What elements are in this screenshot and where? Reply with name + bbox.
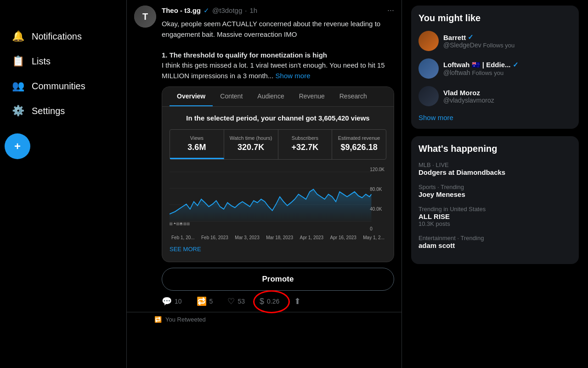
svg-marker-9 (174, 223, 176, 224)
tab-audience[interactable]: Audience (250, 87, 291, 106)
analytics-stats: Views 3.6M Watch time (hours) 320.7K Sub… (170, 129, 386, 160)
sidebar-item-notifications[interactable]: 🔔 Notifications (5, 25, 122, 48)
sidebar-item-lists[interactable]: 📋 Lists (5, 50, 122, 73)
tweet-meta: Theo - t3.gg ✓ @t3dotgg · 1h ··· (162, 6, 394, 15)
vlad-info: Vlad Moroz @vladyslavmoroz (443, 89, 571, 104)
happening-meta: MLB · LIVE (418, 161, 571, 168)
vlad-handle: @vladyslavmoroz (443, 97, 571, 104)
analytics-chart: 120.0K 80.0K 40.0K 0 (170, 167, 386, 231)
tweet-intro: Okay, people seem ACTUALLY concerned abo… (162, 19, 394, 40)
see-more-link[interactable]: SEE MORE (170, 244, 386, 254)
lists-icon: 📋 (12, 55, 24, 67)
vlad-name: Vlad Moroz (443, 89, 571, 97)
dollar-icon: $ (260, 297, 264, 306)
monetize-value: 0.26 (267, 298, 279, 305)
analytics-tabs: Overview Content Audience Revenue Resear… (162, 87, 394, 107)
happening-headline: Joey Meneses (418, 190, 571, 198)
stat-views[interactable]: Views 3.6M (170, 130, 224, 159)
like-icon: ♡ (227, 296, 235, 306)
x-label: Feb 16, 2023 (201, 235, 228, 240)
loftwah-verified: ✓ (513, 61, 519, 69)
stat-subscribers[interactable]: Subscribers +32.7K (278, 130, 333, 159)
sidebar-item-label: Lists (32, 56, 51, 67)
tweet-actions: 💬 10 🔁 5 ♡ 53 $ 0.26 ⬆ (162, 296, 394, 306)
reply-icon: 💬 (162, 296, 172, 306)
x-label: Mar 18, 2023 (266, 235, 293, 240)
main-feed: T Theo - t3.gg ✓ @t3dotgg · 1h ··· Okay,… (126, 0, 402, 368)
chart-svg (170, 167, 386, 231)
whats-happening-title: What's happening (418, 144, 571, 154)
barrett-follows: Follows you (483, 42, 515, 49)
tweet-bold-point: 1. The threshold to qualify for monetiza… (162, 50, 394, 61)
suggested-user-loftwah: Loftwah 🇦🇺 | Eddie... ✓ @loftwah Follows… (418, 58, 571, 79)
post-icon: + (14, 140, 21, 153)
happening-meta: Entertainment · Trending (418, 235, 571, 242)
tweet-more-button[interactable]: ··· (387, 6, 394, 15)
retweet-notice-text: You Retweeted (165, 316, 206, 323)
happening-item-entertainment[interactable]: Entertainment · Trending adam scott (418, 235, 571, 249)
monetize-action[interactable]: $ 0.26 (260, 297, 279, 306)
svg-rect-5 (176, 223, 180, 225)
tweet-author-name: Theo - t3.gg (162, 6, 201, 14)
tweet-avatar[interactable]: T (134, 6, 156, 28)
sidebar-item-settings[interactable]: ⚙️ Settings (5, 99, 122, 122)
stat-revenue[interactable]: Estimated revenue $9,626.18 (332, 130, 386, 159)
share-action[interactable]: ⬆ (294, 296, 301, 306)
tweet-author-handle: @t3dotgg (212, 6, 242, 14)
stat-label: Subscribers (284, 135, 327, 141)
loftwah-follows: Follows you (472, 69, 503, 76)
stat-watch-time[interactable]: Watch time (hours) 320.7K (224, 130, 278, 159)
analytics-body: In the selected period, your channel got… (162, 107, 394, 262)
retweet-notice: 🔁 You Retweeted (127, 312, 401, 325)
communities-icon: 👥 (12, 80, 24, 92)
x-label: Apr 16, 2023 (330, 235, 356, 240)
sidebar-item-communities[interactable]: 👥 Communities (5, 75, 122, 98)
y-label-mid2: 40.0K (370, 207, 384, 212)
happening-item-sports[interactable]: Sports · Trending Joey Meneses (418, 184, 571, 198)
y-label-mid1: 80.0K (370, 187, 384, 192)
barrett-handle: @SledgeDev Follows you (443, 41, 571, 49)
barrett-name: Barrett ✓ (443, 33, 571, 41)
you-might-like-title: You might like (418, 13, 571, 23)
analytics-headline: In the selected period, your channel got… (170, 114, 386, 122)
loftwah-avatar (418, 58, 439, 79)
post-button[interactable]: + (5, 133, 30, 159)
happening-item-mlb[interactable]: MLB · LIVE Dodgers at Diamondbacks (418, 161, 571, 176)
tab-content[interactable]: Content (213, 87, 250, 106)
show-more-link[interactable]: Show more (418, 114, 571, 121)
sidebar-item-label: Notifications (32, 31, 82, 42)
like-action[interactable]: ♡ 53 (227, 296, 245, 306)
verified-icon: ✓ (204, 6, 209, 15)
tab-revenue[interactable]: Revenue (292, 87, 332, 106)
tweet-body-text: I think this gets missed a lot. 1 viral … (162, 60, 394, 81)
settings-icon: ⚙️ (12, 105, 24, 117)
show-more-link[interactable]: Show more (276, 72, 311, 80)
tab-overview[interactable]: Overview (170, 87, 213, 106)
stat-value: +32.7K (284, 143, 327, 152)
x-label: Apr 1, 2023 (300, 235, 323, 240)
stat-label: Watch time (hours) (230, 135, 272, 141)
happening-headline: ALL RISE (418, 213, 571, 220)
stat-label: Estimated revenue (338, 135, 380, 141)
happening-posts: 10.3K posts (418, 220, 571, 227)
x-label: May 1, 2... (363, 235, 384, 240)
avatar-image: T (134, 6, 156, 28)
promote-button[interactable]: Promote (162, 268, 394, 291)
vlad-avatar (418, 86, 439, 106)
sidebar-item-label: Communities (32, 81, 85, 92)
retweet-count: 5 (209, 298, 213, 305)
happening-item-allrise[interactable]: Trending in United States ALL RISE 10.3K… (418, 206, 571, 227)
analytics-card: Overview Content Audience Revenue Resear… (162, 86, 394, 262)
stat-value: 320.7K (230, 143, 272, 152)
y-label-top: 120.0K (370, 167, 384, 172)
chart-y-labels: 120.0K 80.0K 40.0K 0 (368, 167, 386, 231)
chart-x-labels: Feb 1, 20... Feb 16, 2023 Mar 3, 2023 Ma… (170, 235, 386, 240)
tab-research[interactable]: Research (332, 87, 374, 106)
loftwah-name: Loftwah 🇦🇺 | Eddie... ✓ (443, 61, 571, 69)
happening-headline: Dodgers at Diamondbacks (418, 168, 571, 176)
barrett-verified: ✓ (468, 33, 474, 41)
retweet-action[interactable]: 🔁 5 (197, 296, 213, 306)
svg-rect-4 (170, 223, 173, 225)
reply-action[interactable]: 💬 10 (162, 296, 182, 306)
happening-meta: Trending in United States (418, 206, 571, 213)
